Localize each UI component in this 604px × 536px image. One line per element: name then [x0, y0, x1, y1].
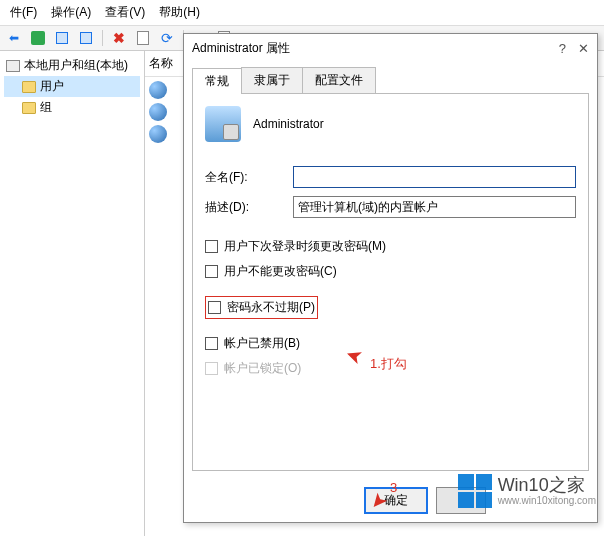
user-icon[interactable] [149, 81, 167, 99]
tree-item-groups[interactable]: 组 [4, 97, 140, 118]
checkbox-icon[interactable] [205, 240, 218, 253]
menu-help[interactable]: 帮助(H) [153, 2, 206, 23]
user-icon[interactable] [149, 103, 167, 121]
description-input[interactable] [293, 196, 576, 218]
tab-profile[interactable]: 配置文件 [302, 67, 376, 93]
checkbox-icon [205, 362, 218, 375]
check-cannotchange[interactable]: 用户不能更改密码(C) [205, 263, 576, 280]
properties-dialog: Administrator 属性 ? ✕ 常规 隶属于 配置文件 Adminis… [183, 33, 598, 523]
check-mustchange[interactable]: 用户下次登录时须更改密码(M) [205, 238, 576, 255]
checkbox-icon[interactable] [205, 265, 218, 278]
toolbar-forward-icon[interactable] [28, 28, 48, 48]
fullname-input[interactable] [293, 166, 576, 188]
group-icon [6, 60, 20, 72]
menu-view[interactable]: 查看(V) [99, 2, 151, 23]
toolbar-refresh-icon[interactable]: ⟳ [157, 28, 177, 48]
username-label: Administrator [253, 117, 324, 131]
tree-root-label: 本地用户和组(本地) [24, 57, 128, 74]
watermark-sub: www.win10xitong.com [498, 495, 596, 506]
check-disabled-label: 帐户已禁用(B) [224, 335, 300, 352]
watermark: Win10之家 www.win10xitong.com [458, 474, 596, 508]
toolbar-grid1-icon[interactable] [52, 28, 72, 48]
dialog-titlebar: Administrator 属性 ? ✕ [184, 34, 597, 63]
windows-logo-icon [458, 474, 492, 508]
tree-groups-label: 组 [40, 99, 52, 116]
toolbar-properties-icon[interactable] [133, 28, 153, 48]
close-icon[interactable]: ✕ [578, 41, 589, 56]
menu-bar: 件(F) 操作(A) 查看(V) 帮助(H) [0, 0, 604, 26]
check-disabled[interactable]: 帐户已禁用(B) [205, 335, 576, 352]
check-neverexpire-label: 密码永不过期(P) [227, 299, 315, 316]
check-cannotchange-label: 用户不能更改密码(C) [224, 263, 337, 280]
toolbar-delete-icon[interactable]: ✖ [109, 28, 129, 48]
tab-general[interactable]: 常规 [192, 68, 242, 94]
check-locked: 帐户已锁定(O) [205, 360, 576, 377]
checkbox-icon[interactable] [205, 337, 218, 350]
tree-users-label: 用户 [40, 78, 64, 95]
check-mustchange-label: 用户下次登录时须更改密码(M) [224, 238, 386, 255]
user-icon[interactable] [149, 125, 167, 143]
ok-button[interactable]: 确定 [364, 487, 428, 514]
tab-strip: 常规 隶属于 配置文件 [184, 67, 597, 93]
tab-page-general: Administrator 全名(F): 描述(D): 用户下次登录时须更改密码… [192, 93, 589, 471]
checkbox-icon[interactable] [208, 301, 221, 314]
tree-root[interactable]: 本地用户和组(本地) [4, 55, 140, 76]
tab-memberof[interactable]: 隶属于 [241, 67, 303, 93]
tree-panel: 本地用户和组(本地) 用户 组 [0, 51, 145, 536]
tree-item-users[interactable]: 用户 [4, 76, 140, 97]
check-neverexpire[interactable]: 密码永不过期(P) [205, 296, 318, 319]
fullname-label: 全名(F): [205, 169, 285, 186]
toolbar-grid2-icon[interactable] [76, 28, 96, 48]
watermark-main: Win10之家 [498, 476, 596, 496]
help-icon[interactable]: ? [559, 41, 566, 56]
description-label: 描述(D): [205, 199, 285, 216]
menu-file[interactable]: 件(F) [4, 2, 43, 23]
toolbar-back-icon[interactable]: ⬅ [4, 28, 24, 48]
dialog-title: Administrator 属性 [192, 40, 290, 57]
menu-action[interactable]: 操作(A) [45, 2, 97, 23]
folder-icon [22, 81, 36, 93]
check-locked-label: 帐户已锁定(O) [224, 360, 301, 377]
user-avatar-icon [205, 106, 241, 142]
folder-icon [22, 102, 36, 114]
